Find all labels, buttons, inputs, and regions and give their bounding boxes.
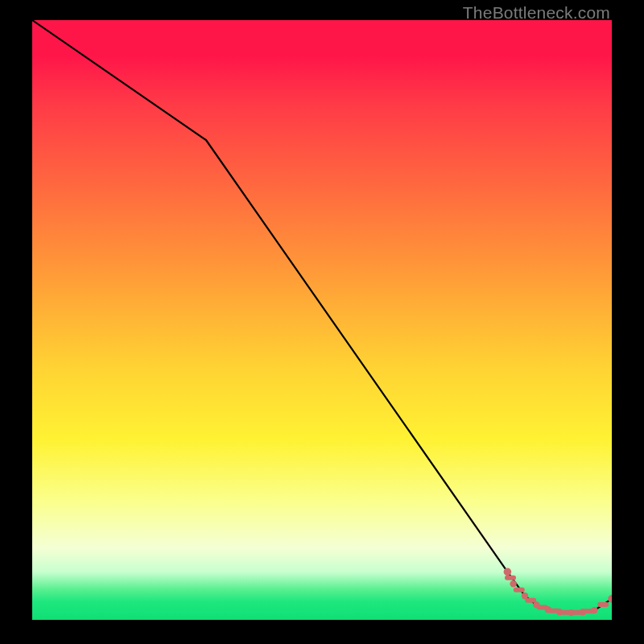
gradient-fill: [32, 20, 612, 620]
plot-area: [32, 20, 612, 620]
chart-stage: TheBottleneck.com: [0, 0, 644, 644]
